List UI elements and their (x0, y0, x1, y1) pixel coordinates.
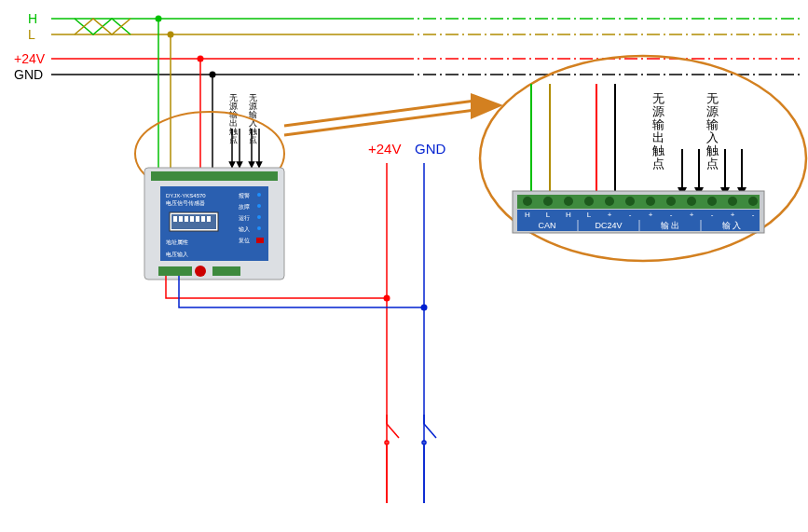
svg-point-57 (195, 266, 206, 277)
mid-label-24v: +24V (368, 141, 401, 157)
svg-text:输 出: 输 出 (661, 221, 680, 230)
callout-arrow (284, 93, 503, 135)
svg-text:+: + (690, 211, 694, 219)
svg-point-105 (666, 197, 676, 206)
svg-text:源: 源 (652, 104, 664, 118)
bus-twist (75, 19, 130, 34)
device-model: DYJX-YKS4570 (166, 193, 206, 198)
svg-point-104 (646, 197, 655, 206)
svg-rect-44 (201, 216, 205, 222)
svg-point-106 (687, 197, 696, 206)
svg-text:无: 无 (652, 91, 664, 105)
svg-text:+: + (649, 211, 653, 219)
svg-text:H: H (525, 211, 530, 219)
svg-rect-97 (517, 195, 760, 209)
svg-text:输 入: 输 入 (722, 221, 742, 230)
device-bottom-label: 电压输入 (166, 252, 188, 257)
svg-text:L: L (587, 211, 592, 219)
device-subtitle: 电压信号传感器 (166, 200, 205, 206)
svg-text:-: - (711, 211, 714, 219)
svg-text:故障: 故障 (239, 203, 250, 210)
svg-rect-39 (173, 216, 177, 222)
svg-marker-73 (471, 93, 503, 119)
device-module: DYJX-YKS4570 电压信号传感器 地址属性 电压输入 报警 故障 运行 … (144, 168, 284, 280)
bus-label-24v: +24V (14, 51, 46, 66)
svg-text:+: + (731, 211, 735, 219)
svg-text:DC24V: DC24V (595, 221, 622, 230)
svg-text:输入: 输入 (239, 226, 250, 232)
svg-rect-40 (179, 216, 183, 222)
svg-rect-45 (207, 216, 211, 222)
svg-line-66 (424, 424, 436, 438)
mid-label-gnd: GND (415, 141, 446, 157)
svg-point-101 (584, 197, 594, 206)
svg-point-103 (625, 197, 635, 206)
svg-text:-: - (752, 211, 755, 219)
svg-point-15 (210, 72, 216, 78)
svg-text:复位: 复位 (239, 238, 250, 243)
svg-text:触: 触 (652, 143, 664, 157)
svg-text:输: 输 (706, 117, 719, 131)
svg-point-109 (748, 197, 758, 206)
mid-verticals (387, 163, 424, 307)
svg-point-53 (257, 215, 261, 219)
svg-rect-110 (517, 210, 760, 220)
svg-text:无: 无 (706, 91, 719, 105)
svg-text:-: - (670, 211, 673, 219)
svg-text:出: 出 (652, 130, 664, 144)
svg-text:-: - (629, 211, 632, 219)
svg-rect-55 (256, 238, 264, 243)
svg-point-11 (168, 32, 174, 38)
svg-text:点: 点 (249, 135, 257, 144)
svg-line-62 (387, 424, 399, 438)
svg-text:报警: 报警 (238, 193, 250, 198)
bus-label-h: H (28, 11, 37, 26)
svg-point-108 (728, 197, 737, 206)
device-address-label: 地址属性 (165, 239, 188, 245)
svg-rect-42 (190, 216, 194, 222)
svg-text:入: 入 (706, 130, 719, 144)
svg-rect-58 (212, 266, 240, 276)
bus-label-l: L (28, 27, 35, 42)
svg-point-51 (257, 193, 261, 197)
svg-text:+: + (608, 211, 612, 219)
detail-annot-out: 无源输 出触点 无源输出触点 (0, 0, 664, 171)
svg-text:输: 输 (652, 117, 664, 131)
svg-text:点: 点 (706, 157, 719, 171)
svg-point-98 (523, 197, 532, 206)
svg-point-54 (257, 226, 261, 230)
svg-point-13 (198, 56, 204, 62)
svg-text:L: L (546, 211, 551, 219)
detail-terminal-strip: H L H L + - + - + - + - CAN DC24V 输 出 输 … (513, 191, 764, 233)
svg-text:CAN: CAN (538, 221, 555, 230)
svg-point-99 (543, 197, 553, 206)
svg-text:点: 点 (229, 135, 238, 144)
bus-label-gnd: GND (14, 67, 43, 82)
svg-rect-43 (196, 216, 199, 222)
bottom-wires (166, 276, 436, 503)
svg-point-9 (156, 16, 162, 22)
svg-point-102 (605, 197, 614, 206)
svg-point-52 (257, 204, 261, 208)
svg-text:触: 触 (706, 143, 719, 157)
svg-text:运行: 运行 (239, 215, 250, 221)
svg-text:源: 源 (706, 104, 719, 118)
svg-text:H: H (566, 211, 571, 219)
svg-point-107 (707, 197, 717, 206)
svg-point-100 (564, 197, 573, 206)
drop-wires (156, 16, 260, 169)
svg-rect-35 (151, 171, 278, 181)
svg-rect-41 (185, 216, 188, 222)
svg-text:点: 点 (652, 157, 664, 171)
detail-annot-in: 无源输 入触点 无源输入触点 (0, 0, 719, 171)
svg-rect-56 (158, 266, 192, 276)
